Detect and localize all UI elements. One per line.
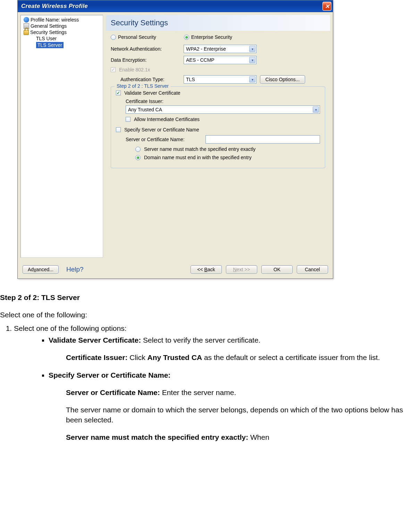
chevron-down-icon: ▾ (249, 46, 255, 52)
tree-item-tls-user[interactable]: TLS User (22, 35, 101, 42)
list-item: Validate Server Certificate: Select to v… (49, 335, 404, 363)
select-value: TLS (186, 77, 195, 82)
tree-label: TLS User (36, 36, 57, 41)
help-link[interactable]: Help? (66, 266, 84, 273)
data-encryption-label: Data Encryption: (111, 57, 180, 63)
doc-bold: Server name must match the specified ent… (66, 433, 248, 441)
radio-icon (184, 35, 189, 40)
tree-item-profile-name[interactable]: Profile Name: wireless (22, 17, 101, 23)
server-name-label: Server or Certificate Name: (126, 137, 202, 142)
radio-match-domain[interactable] (135, 155, 141, 160)
auth-type-label: Authentication Type: (120, 77, 180, 82)
tree-label-selected: TLS Server (36, 42, 64, 48)
content-pane: Security Settings Personal Security Ente… (106, 15, 330, 258)
specify-name-checkbox[interactable] (116, 127, 121, 132)
specify-name-label: Specify Server or Certificate Name (124, 127, 199, 132)
doc-intro: Select one of the following: (0, 310, 404, 320)
navigation-tree: Profile Name: wireless General Settings … (20, 15, 103, 258)
doc-bold: Certificate Issuer: (66, 353, 127, 361)
ok-button[interactable]: OK (261, 265, 293, 274)
match-domain-label: Domain name must end in with the specifi… (144, 155, 252, 160)
dialog-button-bar: Advanced... Help? << Back Next >> OK Can… (18, 260, 333, 278)
server-name-input[interactable] (205, 135, 320, 144)
select-value: Any Trusted CA (128, 107, 162, 112)
network-auth-select[interactable]: WPA2 - Enterprise ▾ (184, 45, 256, 53)
list-item: Specify Server or Certificate Name: Serv… (49, 370, 404, 443)
list-item: Select one of the following options: Val… (14, 324, 404, 443)
validate-cert-checkbox[interactable] (116, 91, 121, 95)
doc-text: The server name or domain to which the s… (66, 406, 403, 423)
tree-item-general-settings[interactable]: General Settings (22, 23, 101, 29)
radio-personal-security[interactable]: Personal Security (111, 34, 156, 40)
fieldset-legend: Step 2 of 2 : TLS Server (115, 83, 171, 89)
allow-intermediate-checkbox[interactable] (126, 117, 131, 122)
chevron-down-icon: ▾ (249, 57, 255, 63)
doc-bold: Validate Server Certificate: (49, 336, 141, 344)
chevron-down-icon: ▾ (313, 106, 319, 113)
tree-item-tls-server[interactable]: TLS Server (22, 42, 101, 49)
select-value: WPA2 - Enterprise (186, 46, 226, 52)
lock-icon (24, 30, 29, 35)
doc-text: Click (127, 353, 147, 361)
page-title: Security Settings (106, 15, 330, 31)
radio-label: Enterprise Security (191, 34, 232, 40)
match-exact-label: Server name must match the specified ent… (144, 146, 255, 152)
doc-text: as the default or select a certificate i… (202, 353, 380, 361)
network-auth-label: Network Authentication: (111, 46, 180, 52)
dialog-window: Create Wireless Profile ✕ Profile Name: … (17, 0, 333, 279)
tls-server-fieldset: Step 2 of 2 : TLS Server Validate Server… (111, 86, 325, 168)
title-bar: Create Wireless Profile ✕ (18, 0, 333, 12)
tree-item-security-settings[interactable]: Security Settings (22, 29, 101, 35)
radio-match-exact[interactable] (135, 147, 141, 152)
cert-issuer-select[interactable]: Any Trusted CA ▾ (126, 105, 320, 114)
advanced-button[interactable]: Advanced... (23, 265, 59, 274)
doc-text: When (248, 433, 269, 441)
back-button[interactable]: << Back (191, 265, 222, 274)
cisco-options-button[interactable]: Cisco Options... (260, 75, 305, 84)
document-body: Step 2 of 2: TLS Server Select one of th… (0, 293, 404, 442)
doc-text: Enter the server name. (160, 388, 236, 396)
doc-bold: Specify Server or Certificate Name: (49, 371, 170, 379)
radio-label: Personal Security (118, 34, 156, 40)
auth-type-select[interactable]: TLS ▾ (184, 75, 256, 84)
tree-label: Profile Name: wireless (31, 17, 79, 23)
tree-label: Security Settings (30, 29, 67, 35)
window-title: Create Wireless Profile (21, 3, 322, 10)
radio-icon (111, 35, 116, 40)
allow-intermediate-label: Allow Intermediate Certificates (134, 117, 200, 122)
select-value: AES - CCMP (186, 57, 214, 63)
tree-label: General Settings (31, 23, 67, 29)
cancel-button[interactable]: Cancel (297, 265, 328, 274)
doc-bold: Server or Certificate Name: (66, 388, 160, 396)
data-encryption-select[interactable]: AES - CCMP ▾ (184, 56, 256, 64)
next-button: Next >> (226, 265, 257, 274)
enable-8021x-checkbox (111, 67, 116, 72)
close-icon[interactable]: ✕ (322, 2, 331, 11)
wifi-icon (24, 17, 29, 23)
doc-text: Select to verify the server certificate. (141, 336, 260, 344)
enable-8021x-label: Enable 802.1x (119, 67, 150, 72)
chevron-down-icon: ▾ (249, 76, 255, 83)
doc-heading: Step 2 of 2: TLS Server (0, 293, 404, 302)
validate-cert-label: Validate Server Certificate (124, 90, 180, 96)
doc-text: Select one of the following options: (14, 324, 127, 332)
radio-enterprise-security[interactable]: Enterprise Security (184, 34, 232, 40)
doc-bold: Any Trusted CA (148, 353, 202, 361)
cert-issuer-label: Certificate Issuer: (126, 98, 320, 104)
